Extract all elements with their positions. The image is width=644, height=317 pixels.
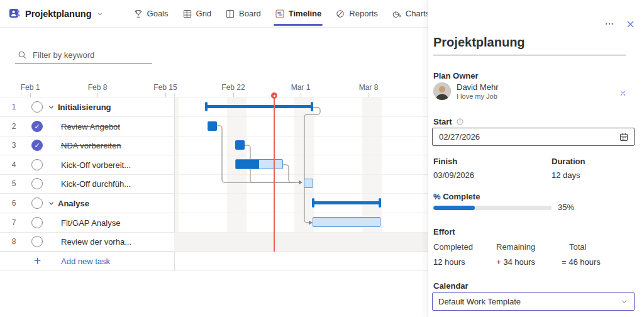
owner-subtitle: I love my Job [457, 92, 498, 100]
task-complete-checkbox[interactable] [31, 101, 43, 113]
task-row-number: 1 [8, 103, 20, 111]
task-name-text: Initialisierung [58, 103, 111, 112]
effort-column-value: 12 hours [433, 257, 465, 267]
avatar [433, 82, 451, 100]
reports-icon [335, 9, 345, 19]
task-bar[interactable] [235, 159, 283, 169]
task-name[interactable]: Review der vorha... [61, 237, 131, 247]
task-bar[interactable] [304, 179, 313, 188]
week-label: Feb 15 [153, 83, 177, 92]
task-name[interactable]: Review Angebot [61, 122, 120, 131]
summary-bar[interactable] [206, 102, 313, 111]
task-name[interactable]: Kick-Off vorbereit... [61, 160, 131, 170]
collapse-chevron-icon[interactable] [48, 104, 55, 111]
remove-owner-icon[interactable] [619, 89, 627, 100]
owner-name: David Mehr [457, 82, 498, 92]
finish-label: Finish [433, 157, 457, 166]
task-complete-checkbox-checked[interactable]: ✓ [31, 121, 43, 132]
percent-complete-value: 35% [558, 203, 574, 212]
plus-icon [33, 256, 42, 268]
tab-board[interactable]: Board [218, 0, 268, 28]
add-new-task-row[interactable]: Add new task [0, 252, 174, 270]
trophy-icon [133, 9, 143, 19]
task-row-number: 8 [8, 237, 20, 246]
task-row: 7Fit/GAP Analyse [0, 213, 174, 233]
plan-switcher[interactable]: Projektplanung [9, 8, 104, 19]
task-name-text: Analyse [58, 199, 89, 208]
filter-input[interactable] [31, 50, 138, 60]
grid-icon [182, 9, 192, 19]
today-marker-line [274, 93, 275, 252]
teams-app-icon [9, 8, 21, 19]
task-complete-checkbox[interactable] [31, 217, 43, 228]
week-label: Feb 1 [21, 83, 40, 92]
task-bar-completed[interactable] [208, 121, 217, 131]
task-row-number: 5 [8, 179, 20, 188]
tab-goals[interactable]: Goals [126, 0, 175, 28]
panel-plan-title[interactable]: Projektplanung [433, 35, 626, 55]
week-label: Mar 8 [359, 83, 379, 92]
more-options-icon[interactable] [604, 19, 614, 29]
progress-bar[interactable] [433, 206, 552, 210]
tab-timeline[interactable]: Timeline [268, 0, 329, 28]
details-panel: Projektplanung Plan Owner David Mehr I l… [428, 0, 644, 317]
start-date-input[interactable] [438, 131, 619, 142]
start-date-field [432, 128, 635, 146]
selected-row-highlight [174, 233, 428, 252]
tab-label: Timeline [289, 9, 322, 18]
task-bar[interactable] [313, 217, 380, 227]
task-name[interactable]: NDA vorbereiten [61, 141, 121, 150]
search-icon [18, 50, 27, 60]
task-row: 1Initialisierung [0, 97, 174, 117]
header-divider [0, 97, 428, 97]
start-label: Start [433, 117, 452, 126]
task-row: 6Analyse [0, 194, 174, 213]
task-name[interactable]: Analyse [48, 199, 89, 208]
calendar-icon[interactable] [619, 132, 629, 142]
task-complete-checkbox[interactable] [31, 197, 43, 209]
tab-reports[interactable]: Reports [328, 0, 385, 28]
tab-label: Charts [406, 9, 430, 18]
effort-column-header: Total [562, 242, 625, 252]
progress-fill [433, 206, 475, 210]
task-name[interactable]: Fit/GAP Analyse [61, 218, 120, 228]
task-row: 5Kick-Off durchfüh... [0, 174, 174, 194]
task-complete-checkbox[interactable] [31, 178, 43, 189]
week-label: Feb 22 [221, 83, 245, 92]
effort-label: Effort [433, 227, 455, 236]
effort-column-header: Completed [433, 242, 496, 252]
tab-label: Reports [349, 9, 378, 18]
collapse-chevron-icon[interactable] [48, 200, 55, 207]
duration-value: 12 days [552, 170, 580, 180]
tab-label: Board [239, 9, 261, 18]
task-name[interactable]: Initialisierung [48, 103, 111, 112]
today-marker-dot[interactable] [271, 92, 277, 99]
task-row: 8Review der vorha... [0, 232, 174, 252]
info-icon[interactable] [456, 118, 464, 126]
addrow-bottom-border [0, 270, 428, 271]
main-content: Projektplanung GoalsGridBoardTimelineRep… [0, 0, 428, 317]
chevron-down-icon [96, 10, 104, 18]
plan-title: Projektplanung [25, 9, 92, 19]
plan-owner-label: Plan Owner [433, 71, 479, 81]
task-complete-checkbox-checked[interactable]: ✓ [31, 140, 43, 151]
task-name[interactable]: Kick-Off durchfüh... [61, 179, 131, 189]
task-row-number: 2 [8, 122, 20, 131]
task-bar-completed[interactable] [235, 140, 245, 150]
tab-label: Grid [196, 9, 212, 18]
task-row: 4Kick-Off vorbereit... [0, 155, 174, 175]
calendar-select[interactable]: Default Work Template [432, 292, 635, 311]
plan-owner-card[interactable]: David Mehr I love my Job [433, 82, 498, 100]
tab-label: Goals [147, 9, 169, 18]
gantt-row [174, 213, 428, 233]
task-row: 2✓Review Angebot [0, 117, 174, 136]
effort-column-value: + 34 hours [496, 257, 535, 267]
finish-value: 03/09/2026 [433, 170, 474, 180]
task-complete-checkbox[interactable] [31, 159, 43, 170]
close-panel-icon[interactable] [626, 19, 635, 29]
duration-label: Duration [552, 157, 585, 166]
summary-bar[interactable] [313, 198, 380, 208]
filter-field[interactable] [15, 47, 152, 64]
tab-grid[interactable]: Grid [175, 0, 219, 28]
task-complete-checkbox[interactable] [31, 236, 43, 247]
